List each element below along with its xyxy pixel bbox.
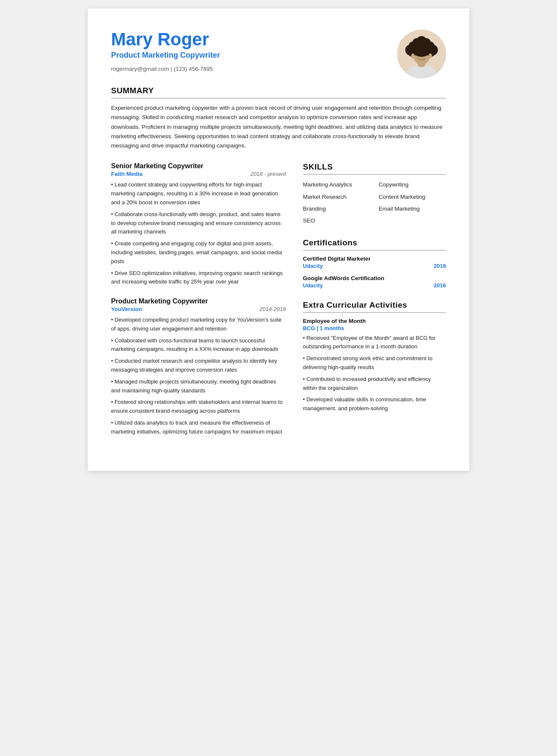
job-1-meta: Faith Media 2018 - present	[111, 171, 286, 177]
skill-item: Content Marketing	[379, 192, 446, 202]
extra-curricular-section: Extra Curricular Activities Employee of …	[303, 300, 446, 413]
bullet: • Managed multiple projects simultaneous…	[111, 378, 286, 395]
bullet: • Demonstrated strong work ethic and com…	[303, 354, 446, 372]
two-col-layout: Senior Marketing Copywriter Faith Media …	[111, 162, 446, 447]
cert-2-name: Google AdWords Certification	[303, 275, 446, 281]
skill-item: Marketing Analytics	[303, 180, 370, 190]
skill-item: Email Marketing	[379, 204, 446, 214]
job-2-company: YouVersion	[111, 306, 142, 312]
job-2-meta: YouVersion 2014-2018	[111, 306, 286, 312]
skill-item: Market Research	[303, 192, 370, 202]
resume-document: Mary Roger Product Marketing Copywriter …	[88, 8, 469, 471]
job-1-bullets: • Lead content strategy and copywriting …	[111, 181, 286, 286]
bullet: • Utilized data analytics to track and m…	[111, 419, 286, 436]
cert-1: Certified Digital Marketer Udacity 2019	[303, 256, 446, 269]
job-1-dates: 2018 - present	[251, 171, 286, 177]
portrait-svg	[397, 30, 446, 78]
candidate-contact: rogermary@gmail.com | (123) 456-7895	[111, 66, 397, 72]
contact-separator: |	[171, 66, 174, 72]
summary-divider	[111, 98, 446, 98]
skills-divider	[303, 174, 446, 175]
summary-text: Experienced product marketing copywriter…	[111, 103, 446, 150]
job-2: Product Marketing Copywriter YouVersion …	[111, 297, 286, 436]
candidate-title: Product Marketing Copywriter	[111, 51, 397, 60]
svg-point-18	[411, 53, 415, 58]
skills-section: SKILLS Marketing Analytics Copywriting M…	[303, 162, 446, 226]
bullet: • Lead content strategy and copywriting …	[111, 181, 286, 207]
extra-1-bullets: • Received "Employee of the Month" award…	[303, 334, 446, 413]
job-1-title: Senior Marketing Copywriter	[111, 162, 286, 170]
bullet: • Developed compelling product marketing…	[111, 316, 286, 334]
cert-1-name: Certified Digital Marketer	[303, 256, 446, 262]
extra-divider	[303, 312, 446, 313]
extra-1-title: Employee of the Month	[303, 318, 446, 324]
right-column: SKILLS Marketing Analytics Copywriting M…	[303, 162, 446, 447]
bullet: • Drive SEO optimization initiatives, im…	[111, 269, 286, 287]
job-2-bullets: • Developed compelling product marketing…	[111, 316, 286, 436]
extra-heading: Extra Curricular Activities	[303, 300, 446, 310]
job-1: Senior Marketing Copywriter Faith Media …	[111, 162, 286, 286]
cert-2-year: 2016	[434, 282, 446, 289]
candidate-photo	[397, 30, 446, 78]
svg-point-15	[417, 36, 427, 46]
extra-1-meta: BCG | 1 months	[303, 325, 446, 331]
cert-1-year: 2019	[434, 263, 446, 269]
bullet: • Fostered strong relationships with sta…	[111, 398, 286, 416]
summary-heading: SUMMARY	[111, 86, 446, 95]
skill-item: SEO	[303, 216, 370, 226]
cert-2-issuer: Udacity	[303, 282, 323, 289]
cert-2-meta: Udacity 2016	[303, 282, 446, 289]
cert-1-issuer: Udacity	[303, 263, 323, 269]
bullet: • Contributed to increased productivity …	[303, 375, 446, 393]
header-left: Mary Roger Product Marketing Copywriter …	[111, 30, 397, 72]
cert-2: Google AdWords Certification Udacity 201…	[303, 275, 446, 289]
skill-item: Copywriting	[379, 180, 446, 190]
certifications-heading: Certifications	[303, 238, 446, 247]
bullet: • Received "Employee of the Month" award…	[303, 334, 446, 352]
svg-point-19	[429, 53, 432, 58]
skill-item	[379, 216, 446, 226]
job-2-dates: 2014-2018	[259, 306, 286, 312]
bullet: • Developed valuable skills in communica…	[303, 395, 446, 413]
summary-section: SUMMARY Experienced product marketing co…	[111, 86, 446, 150]
skills-grid: Marketing Analytics Copywriting Market R…	[303, 180, 446, 226]
candidate-phone: (123) 456-7895	[174, 66, 213, 72]
skill-item: Branding	[303, 204, 370, 214]
bullet: • Create compelling and engaging copy fo…	[111, 239, 286, 266]
header-section: Mary Roger Product Marketing Copywriter …	[111, 30, 446, 78]
experience-column: Senior Marketing Copywriter Faith Media …	[111, 162, 286, 447]
skills-heading: SKILLS	[303, 162, 446, 172]
bullet: • Collaborate cross-functionally with de…	[111, 210, 286, 236]
candidate-name: Mary Roger	[111, 30, 397, 49]
job-1-company: Faith Media	[111, 171, 142, 177]
certifications-divider	[303, 250, 446, 250]
cert-1-meta: Udacity 2019	[303, 263, 446, 269]
bullet: • Conducted market research and competit…	[111, 357, 286, 375]
job-2-title: Product Marketing Copywriter	[111, 297, 286, 305]
bullet: • Collaborated with cross-functional tea…	[111, 336, 286, 354]
extra-1: Employee of the Month BCG | 1 months • R…	[303, 318, 446, 413]
certifications-section: Certifications Certified Digital Markete…	[303, 238, 446, 289]
candidate-email: rogermary@gmail.com	[111, 66, 169, 72]
